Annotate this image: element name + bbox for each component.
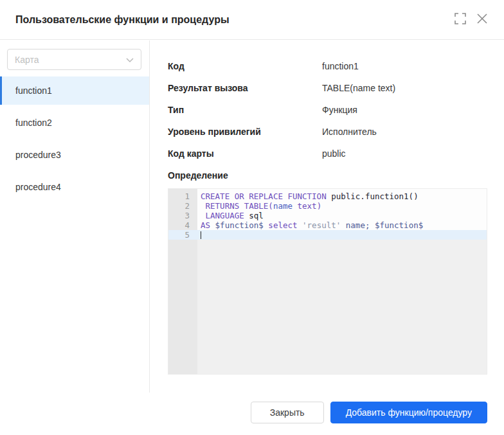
field-row: Результат вызова TABLE(name text) <box>168 77 487 99</box>
definition-label: Определение <box>168 170 322 181</box>
field-label: Тип <box>168 105 322 115</box>
code-token: LANGUAGE <box>201 211 249 220</box>
code-token: sql <box>249 211 264 220</box>
list-item-label: function2 <box>15 118 52 128</box>
field-value: TABLE(name text) <box>322 83 395 93</box>
code-token: RETURNS TABLE( <box>201 201 273 211</box>
field-row: Уровень привилегий Исполнитель <box>168 121 487 143</box>
code-line <box>168 240 487 374</box>
code-token: name <box>273 201 292 211</box>
user-functions-dialog: Пользовательские функции и процедуры Кар… <box>0 0 504 435</box>
text-cursor <box>201 231 201 239</box>
list-item-label: procedure4 <box>15 182 61 192</box>
code-line[interactable]: 5 <box>168 230 487 240</box>
list-item[interactable]: function2 <box>0 109 149 137</box>
list-item-label: function1 <box>15 85 52 96</box>
code-line[interactable]: 4 AS $function$ select 'result' name; $f… <box>168 220 487 230</box>
code-line[interactable]: 3 LANGUAGE sql <box>168 211 487 220</box>
field-label: Код карты <box>168 148 322 159</box>
line-number: 1 <box>168 191 197 201</box>
function-list: function1 function2 procedure3 procedure… <box>0 76 149 201</box>
definition-row: Определение <box>168 164 487 186</box>
line-content: AS $function$ select 'result' name; $fun… <box>197 220 487 230</box>
line-content: RETURNS TABLE(name text) <box>197 201 487 211</box>
code-token: CREATE OR REPLACE FUNCTION <box>201 191 327 201</box>
field-label: Результат вызова <box>168 83 322 93</box>
dialog-title: Пользовательские функции и процедуры <box>15 14 447 26</box>
code-token: $function$ <box>215 220 264 230</box>
chevron-down-icon <box>126 54 134 66</box>
fullscreen-icon <box>455 13 466 26</box>
field-label: Уровень привилегий <box>168 127 322 137</box>
field-row: Тип Функция <box>168 99 487 121</box>
list-item[interactable]: procedure4 <box>0 173 149 201</box>
line-content: CREATE OR REPLACE FUNCTION public.functi… <box>197 191 487 201</box>
code-token: 'result' <box>302 220 341 230</box>
list-item-label: procedure3 <box>15 150 61 160</box>
close-dialog-button[interactable]: Закрыть <box>251 402 324 423</box>
line-number: 2 <box>168 201 197 211</box>
code-line[interactable]: 1 CREATE OR REPLACE FUNCTION public.func… <box>168 191 487 201</box>
dialog-footer: Закрыть Добавить функцию/процедуру <box>0 393 504 435</box>
sql-code-editor[interactable]: 1 CREATE OR REPLACE FUNCTION public.func… <box>168 188 487 375</box>
field-label: Код <box>168 61 322 71</box>
sidebar: Карта function1 function2 procedure3 pro… <box>0 40 150 393</box>
line-number: 5 <box>168 230 197 240</box>
close-icon <box>477 13 487 26</box>
field-value: public <box>322 148 346 159</box>
code-token: AS <box>201 220 215 230</box>
line-number: 4 <box>168 220 197 230</box>
details-panel: Код function1 Результат вызова TABLE(nam… <box>150 40 504 393</box>
map-select-placeholder: Карта <box>15 55 126 65</box>
field-value: Функция <box>322 105 357 115</box>
line-number <box>168 240 197 374</box>
code-token: text) <box>292 201 321 211</box>
field-row: Код function1 <box>168 55 487 77</box>
field-row: Код карты public <box>168 143 487 164</box>
line-content: LANGUAGE sql <box>197 211 487 220</box>
list-item[interactable]: procedure3 <box>0 141 149 169</box>
line-number: 3 <box>168 211 197 220</box>
fullscreen-button[interactable] <box>451 11 469 29</box>
code-token: select <box>264 220 302 230</box>
add-function-button[interactable]: Добавить функцию/процедуру <box>330 402 487 423</box>
code-token: name; $function$ <box>341 220 423 230</box>
line-content <box>197 240 487 374</box>
dialog-header: Пользовательские функции и процедуры <box>0 0 504 40</box>
field-value: function1 <box>322 61 359 71</box>
map-select[interactable]: Карта <box>7 49 141 70</box>
close-button[interactable] <box>473 11 491 29</box>
list-item[interactable]: function1 <box>0 76 149 105</box>
line-content <box>197 230 487 240</box>
code-token: public.function1() <box>327 191 419 201</box>
field-value: Исполнитель <box>322 127 377 137</box>
code-line[interactable]: 2 RETURNS TABLE(name text) <box>168 201 487 211</box>
field-rows: Код function1 Результат вызова TABLE(nam… <box>168 55 487 164</box>
